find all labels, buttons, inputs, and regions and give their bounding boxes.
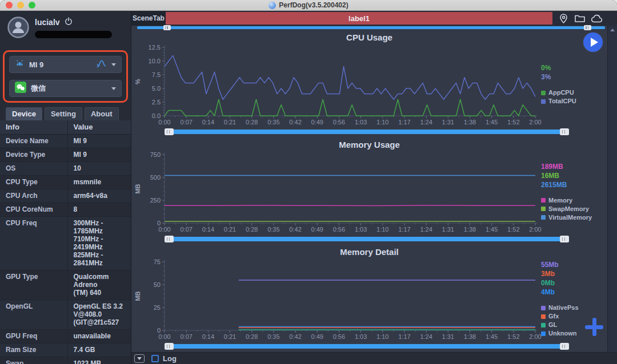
current-value: 16MB xyxy=(541,171,607,180)
cpu-usage-plot[interactable]: 0.02.55.07.510.012.5%0:000:070:140:210:2… xyxy=(131,43,540,126)
expand-button[interactable] xyxy=(134,354,145,363)
svg-text:50: 50 xyxy=(154,281,161,288)
svg-text:75: 75 xyxy=(154,258,161,265)
chart-scrollbar[interactable] xyxy=(165,128,569,135)
wechat-icon xyxy=(15,82,26,95)
app-icon xyxy=(269,2,276,9)
svg-text:0:07: 0:07 xyxy=(180,119,192,126)
svg-text:0:28: 0:28 xyxy=(246,333,258,340)
svg-text:0: 0 xyxy=(157,327,161,334)
svg-text:1:10: 1:10 xyxy=(376,119,388,126)
svg-text:1:31: 1:31 xyxy=(442,333,454,340)
svg-text:1:24: 1:24 xyxy=(420,226,432,233)
log-checkbox[interactable] xyxy=(151,355,159,362)
power-icon[interactable] xyxy=(65,17,73,27)
svg-text:250: 250 xyxy=(150,197,161,204)
vertical-scrollbar[interactable] xyxy=(607,26,617,352)
tab-setting[interactable]: Setting xyxy=(45,107,82,120)
legend-swatch xyxy=(541,331,546,336)
maximize-button[interactable] xyxy=(29,2,35,9)
scrollbar-left-grip[interactable] xyxy=(165,128,174,135)
value-cell: OpenGL ES 3.2 V@408.0 (GIT@2f1c527 xyxy=(67,300,131,330)
svg-text:1:24: 1:24 xyxy=(420,119,432,126)
legend-item-TotalCPU: TotalCPU xyxy=(541,97,607,106)
table-row: Device NameMI 9 xyxy=(0,135,131,148)
scrollbar-left-grip[interactable] xyxy=(163,25,171,30)
svg-text:0:49: 0:49 xyxy=(311,333,323,340)
svg-text:1:45: 1:45 xyxy=(486,119,498,126)
value-cell: unavailable xyxy=(67,330,131,343)
table-row: GPU Frequnavailable xyxy=(0,330,131,343)
series-TotalCPU xyxy=(165,55,535,99)
info-cell: CPU Type xyxy=(0,176,67,189)
tab-device[interactable]: Device xyxy=(6,107,42,120)
bottom-bar: Log xyxy=(131,352,617,364)
scrollbar-bar[interactable] xyxy=(174,130,560,134)
timeline-scrollbar[interactable] xyxy=(131,26,607,30)
traffic-lights xyxy=(6,2,35,9)
memory-usage-plot[interactable]: 0250500750MB0:000:070:140:210:280:350:42… xyxy=(131,150,540,233)
value-cell: 10 xyxy=(67,162,131,176)
svg-text:7.5: 7.5 xyxy=(152,71,161,78)
legend-item-Memory: Memory xyxy=(541,196,607,205)
svg-text:25: 25 xyxy=(154,304,161,311)
scroll-up-icon[interactable] xyxy=(610,29,615,31)
table-row: OS10 xyxy=(0,162,131,176)
minimize-button[interactable] xyxy=(17,2,24,9)
chevron-down-icon xyxy=(111,87,116,90)
scrollbar-right-grip[interactable] xyxy=(560,236,569,242)
value-cell: 300MHz - 1785MHz 710MHz - 2419MHz 825MHz… xyxy=(67,217,131,270)
chart-scrollbar[interactable] xyxy=(165,236,569,242)
table-row: CPU CoreNum8 xyxy=(0,203,131,217)
svg-text:2.5: 2.5 xyxy=(152,99,161,106)
device-dropdown[interactable]: MI 9 xyxy=(9,56,122,73)
current-values: 189MB16MB2615MB xyxy=(541,162,607,189)
device-info-table: Info Value Device NameMI 9Device TypeMI … xyxy=(0,120,131,364)
app-window: PerfDog(v3.5.200402) lucialv xyxy=(0,0,617,364)
session-label-bar[interactable]: label1 xyxy=(166,12,552,25)
svg-text:0:21: 0:21 xyxy=(224,333,236,340)
scrollbar-right-grip[interactable] xyxy=(560,128,569,135)
scrollbar-left-grip[interactable] xyxy=(165,343,174,350)
pin-icon[interactable] xyxy=(558,13,569,24)
current-value: 4Mb xyxy=(541,288,607,297)
svg-text:0:21: 0:21 xyxy=(224,226,236,233)
legend-item-VirtualMemory: VirtualMemory xyxy=(541,213,607,222)
play-button[interactable] xyxy=(583,33,603,52)
legend-item-NativePss: NativePss xyxy=(541,304,607,312)
table-row: GPU TypeQualcomm Adreno (TM) 640 xyxy=(0,270,131,300)
memory-detail-plot[interactable]: 0255075MB0:000:070:140:210:280:350:420:4… xyxy=(131,257,540,341)
legend-item-AppCPU: AppCPU xyxy=(541,88,607,97)
cloud-icon[interactable] xyxy=(591,14,603,23)
tab-about[interactable]: About xyxy=(85,107,119,120)
svg-text:0:35: 0:35 xyxy=(267,333,279,340)
scrollbar-bar[interactable] xyxy=(174,344,560,349)
info-cell: CPU CoreNum xyxy=(0,203,67,217)
svg-text:0:00: 0:00 xyxy=(158,333,170,340)
scrollbar-left-grip[interactable] xyxy=(165,236,174,242)
scrollbar-right-grip[interactable] xyxy=(584,25,591,30)
value-cell: 8 xyxy=(67,203,131,217)
svg-text:1:17: 1:17 xyxy=(398,119,410,126)
value-cell: MI 9 xyxy=(67,148,131,162)
svg-text:0:28: 0:28 xyxy=(246,226,258,233)
svg-text:1:38: 1:38 xyxy=(464,119,476,126)
current-values: 0%3% xyxy=(541,63,607,82)
chart-scrollbar[interactable] xyxy=(165,343,569,350)
charts-area: CPU Usage 0.02.55.07.510.012.5%0:000:070… xyxy=(131,30,607,352)
folder-icon[interactable] xyxy=(574,13,586,23)
close-button[interactable] xyxy=(6,2,13,9)
user-panel: lucialv xyxy=(0,11,131,49)
svg-text:0: 0 xyxy=(157,220,161,227)
svg-text:MB: MB xyxy=(134,291,141,301)
scrollbar-bar[interactable] xyxy=(174,237,560,241)
add-button[interactable] xyxy=(585,318,603,336)
svg-text:0:07: 0:07 xyxy=(180,333,192,340)
tab-scene[interactable]: SceneTab xyxy=(131,11,166,26)
app-dropdown[interactable]: 微信 xyxy=(9,80,122,97)
svg-text:0:28: 0:28 xyxy=(246,119,258,126)
topbar: SceneTab label1 xyxy=(131,11,617,26)
svg-text:0:14: 0:14 xyxy=(202,119,214,126)
scrollbar-right-grip[interactable] xyxy=(560,343,569,350)
svg-text:1:38: 1:38 xyxy=(464,333,476,340)
